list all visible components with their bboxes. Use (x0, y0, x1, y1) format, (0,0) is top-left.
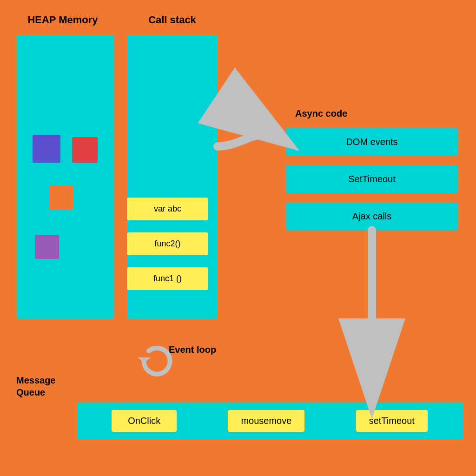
stack-card-func1: func1 () (127, 267, 208, 290)
heap-panel (16, 35, 114, 318)
async-title: Async code (295, 108, 347, 119)
diagram-container: HEAP Memory Call stack var abc func2() f… (7, 7, 469, 469)
queue-card-mousemove: mousemove (228, 410, 304, 432)
queue-card-onclick: OnClick (112, 410, 177, 432)
message-queue-panel: OnClick mousemove setTimeout (77, 402, 463, 439)
stack-card-func2: func2() (127, 232, 208, 255)
red-square (72, 137, 98, 163)
event-loop-label: Event loop (169, 344, 216, 355)
svg-marker-1 (138, 357, 151, 363)
async-dom-events: DOM events (286, 128, 458, 156)
event-loop-icon (138, 348, 170, 374)
orange-square (49, 186, 73, 210)
purple-square (33, 135, 60, 163)
lavender-square (35, 235, 59, 259)
callstack-title: Call stack (127, 14, 218, 26)
async-ajax-calls: Ajax calls (286, 202, 458, 230)
stack-card-varabc: var abc (127, 198, 208, 220)
queue-card-settimeout: setTimeout (356, 410, 428, 432)
async-settimeout: SetTimeout (286, 165, 458, 193)
message-queue-title: Message Queue (16, 374, 56, 398)
heap-title: HEAP Memory (21, 14, 105, 26)
